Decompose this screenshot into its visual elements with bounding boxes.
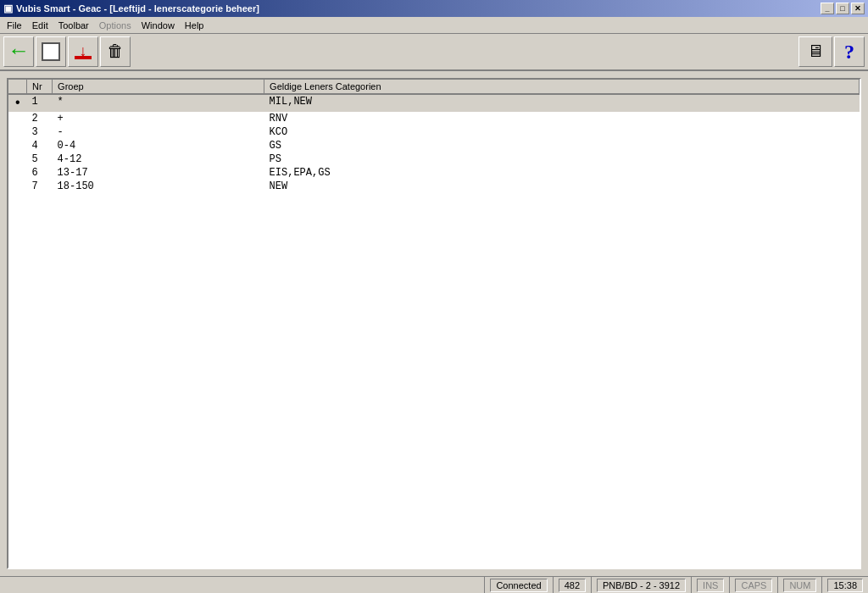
row-categorien: GS xyxy=(264,139,860,152)
col-groep-header: Groep xyxy=(53,80,264,94)
status-num: NUM xyxy=(778,577,822,593)
row-groep: * xyxy=(53,94,264,112)
row-categorien: KCO xyxy=(264,125,860,139)
row-categorien: MIL,NEW xyxy=(264,94,860,112)
ins-value: INS xyxy=(697,579,724,592)
table-row[interactable]: 54-12PS xyxy=(8,152,860,166)
status-empty xyxy=(0,577,485,593)
row-nr: 1 xyxy=(27,94,53,112)
menu-window[interactable]: Window xyxy=(136,17,180,33)
table-container[interactable]: Nr Groep Geldige Leners Categorien •1*MI… xyxy=(7,78,861,569)
table-row[interactable]: 3-KCO xyxy=(8,125,860,139)
row-indicator xyxy=(8,125,27,139)
maximize-button[interactable]: □ xyxy=(836,3,849,14)
row-categorien: NEW xyxy=(264,180,860,193)
data-table: Nr Groep Geldige Leners Categorien •1*MI… xyxy=(8,80,860,193)
row-groep: - xyxy=(53,125,264,139)
save-icon: ↓ xyxy=(75,44,92,59)
window-title: Vubis Smart - Geac - [Leeftijd - lenersc… xyxy=(16,3,259,14)
toolbar: ← ↓ 🗑 🖥 ? xyxy=(0,34,868,71)
row-nr: 3 xyxy=(27,125,53,139)
stop-button[interactable] xyxy=(36,36,66,67)
status-connected: Connected xyxy=(485,577,553,593)
row-groep: 4-12 xyxy=(53,152,264,166)
status-ins: INS xyxy=(692,577,730,593)
table-header-row: Nr Groep Geldige Leners Categorien xyxy=(8,80,860,94)
status-time: 15:38 xyxy=(822,577,868,593)
help-icon: ? xyxy=(844,41,854,64)
status-code: 482 xyxy=(554,577,592,593)
save-button[interactable]: ↓ xyxy=(68,36,98,67)
title-icon: ▣ xyxy=(3,3,13,14)
minimize-button[interactable]: _ xyxy=(821,3,834,14)
row-indicator xyxy=(8,139,27,152)
menu-edit[interactable]: Edit xyxy=(27,17,53,33)
row-indicator: • xyxy=(8,94,27,112)
row-categorien: PS xyxy=(264,152,860,166)
row-groep: + xyxy=(53,112,264,125)
table-row[interactable]: 718-150NEW xyxy=(8,180,860,193)
screen-button[interactable]: 🖥 xyxy=(798,36,832,67)
row-nr: 5 xyxy=(27,152,53,166)
delete-button[interactable]: 🗑 xyxy=(100,36,131,67)
caps-value: CAPS xyxy=(735,579,772,592)
time-value: 15:38 xyxy=(827,579,863,592)
col-cat-header: Geldige Leners Categorien xyxy=(264,80,860,94)
help-button[interactable]: ? xyxy=(834,36,865,67)
table-row[interactable]: 2+RNV xyxy=(8,112,860,125)
menu-bar: File Edit Toolbar Options Window Help xyxy=(0,17,868,34)
status-bar: Connected 482 PNB/BD - 2 - 3912 INS CAPS… xyxy=(0,576,868,593)
connected-label: Connected xyxy=(490,579,547,592)
row-nr: 6 xyxy=(27,166,53,180)
col-indicator xyxy=(8,80,27,94)
table-body: •1*MIL,NEW2+RNV3-KCO40-4GS54-12PS613-17E… xyxy=(8,94,860,193)
back-button[interactable]: ← xyxy=(3,36,34,67)
status-code-value: 482 xyxy=(559,579,586,592)
num-value: NUM xyxy=(783,579,816,592)
menu-file[interactable]: File xyxy=(2,17,27,33)
title-bar: ▣ Vubis Smart - Geac - [Leeftijd - lener… xyxy=(0,0,868,17)
main-content: Nr Groep Geldige Leners Categorien •1*MI… xyxy=(0,71,868,576)
toolbar-right: 🖥 ? xyxy=(798,36,865,67)
row-indicator xyxy=(8,166,27,180)
title-bar-left: ▣ Vubis Smart - Geac - [Leeftijd - lener… xyxy=(3,3,259,14)
stop-icon xyxy=(42,42,60,61)
row-nr: 7 xyxy=(27,180,53,193)
row-groep: 18-150 xyxy=(53,180,264,193)
col-nr-header: Nr xyxy=(27,80,53,94)
row-indicator xyxy=(8,180,27,193)
row-nr: 2 xyxy=(27,112,53,125)
status-caps: CAPS xyxy=(730,577,778,593)
table-row[interactable]: •1*MIL,NEW xyxy=(8,94,860,112)
row-groep: 13-17 xyxy=(53,166,264,180)
table-row[interactable]: 40-4GS xyxy=(8,139,860,152)
row-indicator xyxy=(8,112,27,125)
row-categorien: RNV xyxy=(264,112,860,125)
table-row[interactable]: 613-17EIS,EPA,GS xyxy=(8,166,860,180)
close-button[interactable]: ✕ xyxy=(851,3,865,14)
menu-help[interactable]: Help xyxy=(180,17,209,33)
screen-icon: 🖥 xyxy=(807,42,824,62)
status-server: PNB/BD - 2 - 3912 xyxy=(592,577,692,593)
row-nr: 4 xyxy=(27,139,53,152)
title-bar-controls: _ □ ✕ xyxy=(821,3,865,14)
row-categorien: EIS,EPA,GS xyxy=(264,166,860,180)
row-indicator xyxy=(8,152,27,166)
menu-toolbar[interactable]: Toolbar xyxy=(53,17,94,33)
row-groep: 0-4 xyxy=(53,139,264,152)
server-value: PNB/BD - 2 - 3912 xyxy=(597,579,686,592)
delete-icon: 🗑 xyxy=(107,42,124,62)
back-icon: ← xyxy=(12,41,25,63)
menu-options[interactable]: Options xyxy=(94,17,136,33)
